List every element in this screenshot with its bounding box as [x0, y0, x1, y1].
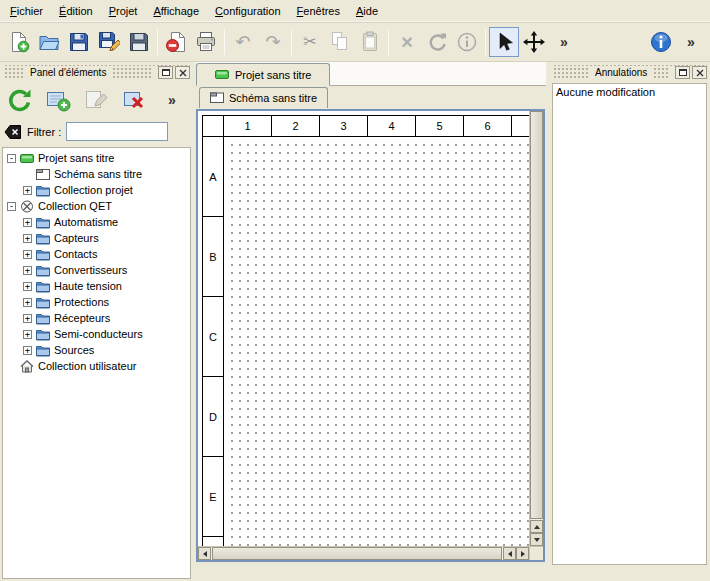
tree-item-sources[interactable]: + Sources — [3, 342, 190, 358]
scroll-down-button[interactable] — [530, 533, 543, 546]
selection-mode-button[interactable] — [489, 27, 519, 57]
copy-icon — [329, 31, 351, 53]
tab-projet-sans-titre[interactable]: Projet sans titre — [196, 63, 330, 86]
column-header: 5 — [416, 116, 464, 136]
info-button[interactable] — [452, 27, 482, 57]
schematic-canvas[interactable] — [225, 138, 529, 546]
clear-filter-button[interactable] — [4, 124, 22, 140]
scroll-up-button[interactable] — [530, 520, 543, 533]
close-file-icon — [165, 31, 187, 53]
collapse-expander-icon[interactable]: - — [7, 154, 16, 163]
tab-schema-sans-titre[interactable]: Schéma sans titre — [199, 87, 328, 108]
tree-item-label: Contacts — [54, 246, 97, 262]
about-button[interactable] — [646, 27, 676, 57]
tree-item-collection-utilisateur[interactable]: Collection utilisateur — [3, 358, 190, 374]
info-icon — [456, 31, 478, 53]
save-all-button[interactable] — [124, 27, 154, 57]
tree-item-contacts[interactable]: + Contacts — [3, 246, 190, 262]
dock-float-button[interactable] — [675, 66, 690, 79]
expand-expander-icon[interactable]: + — [23, 186, 32, 195]
new-document-button[interactable] — [4, 27, 34, 57]
menu-edition[interactable]: Édition — [51, 2, 101, 20]
open-button[interactable] — [34, 27, 64, 57]
move-mode-button[interactable] — [519, 27, 549, 57]
row-header: E — [203, 457, 223, 537]
reload-collections-button[interactable] — [4, 85, 36, 115]
paste-button[interactable] — [355, 27, 385, 57]
tree-item-convertisseurs[interactable]: + Convertisseurs — [3, 262, 190, 278]
close-file-button[interactable] — [161, 27, 191, 57]
new-element-button[interactable] — [42, 85, 74, 115]
scrollbar-corner — [530, 546, 543, 560]
expand-expander-icon[interactable]: + — [23, 314, 32, 323]
dock-float-button[interactable] — [158, 66, 173, 79]
menu-fenetres[interactable]: Fenêtres — [289, 2, 348, 20]
tree-item-recepteurs[interactable]: + Récepteurs — [3, 310, 190, 326]
delete-button[interactable]: × — [392, 27, 422, 57]
row-header: A — [203, 137, 223, 217]
tree-item-label: Récepteurs — [54, 310, 110, 326]
right-toolbar-overflow-button[interactable]: » — [676, 27, 706, 57]
tree-item-protections[interactable]: + Protections — [3, 294, 190, 310]
tree-item-collection-qet[interactable]: - Collection QET — [3, 198, 190, 214]
expand-expander-icon[interactable]: + — [23, 346, 32, 355]
scroll-right-button[interactable] — [516, 547, 529, 560]
collapse-expander-icon[interactable]: - — [7, 202, 16, 211]
vertical-scrollbar-thumb[interactable] — [530, 111, 543, 519]
menu-fichier[interactable]: Fichier — [2, 2, 51, 20]
rotate-button[interactable] — [422, 27, 452, 57]
cut-button[interactable]: ✂ — [295, 27, 325, 57]
vertical-scrollbar[interactable] — [529, 111, 543, 560]
expand-expander-icon[interactable]: + — [23, 234, 32, 243]
save-as-button[interactable] — [94, 27, 124, 57]
tree-item-schema-sans-titre[interactable]: Schéma sans titre — [3, 166, 190, 182]
expand-expander-icon[interactable]: + — [23, 218, 32, 227]
save-icon — [68, 31, 90, 53]
expand-expander-icon[interactable]: + — [23, 250, 32, 259]
panel-toolbar-overflow-button[interactable]: » — [156, 85, 188, 115]
save-as-icon — [98, 31, 120, 53]
expand-expander-icon[interactable]: + — [23, 266, 32, 275]
triangle-down-icon — [534, 538, 540, 542]
qelectrotech-window: Fichier Édition Projet Affichage Configu… — [0, 0, 710, 581]
folder-icon — [36, 248, 50, 261]
undo-dock-title-bar[interactable]: Annulations — [552, 65, 707, 80]
filter-input[interactable] — [66, 122, 168, 141]
expand-expander-icon[interactable]: + — [23, 298, 32, 307]
tree-item-semi-conducteurs[interactable]: + Semi-conducteurs — [3, 326, 190, 342]
undo-list-item[interactable]: Aucune modification — [556, 86, 703, 98]
menu-projet[interactable]: Projet — [101, 2, 146, 20]
edit-element-button[interactable] — [80, 85, 112, 115]
horizontal-scrollbar[interactable] — [198, 546, 529, 560]
expand-expander-icon[interactable]: + — [23, 282, 32, 291]
redo-icon: ↷ — [265, 33, 280, 51]
toolbar-overflow-button[interactable]: » — [549, 27, 579, 57]
menu-aide[interactable]: Aide — [348, 2, 386, 20]
tree-item-automatisme[interactable]: + Automatisme — [3, 214, 190, 230]
save-button[interactable] — [64, 27, 94, 57]
toolbar-separator — [157, 29, 158, 55]
menu-affichage[interactable]: Affichage — [145, 2, 207, 20]
expand-expander-icon[interactable]: + — [23, 330, 32, 339]
copy-button[interactable] — [325, 27, 355, 57]
triangle-right-icon — [521, 551, 525, 557]
tree-item-capteurs[interactable]: + Capteurs — [3, 230, 190, 246]
redo-button[interactable]: ↷ — [258, 27, 288, 57]
undo-button[interactable]: ↶ — [228, 27, 258, 57]
dock-close-button[interactable] — [175, 66, 190, 79]
dock-close-button[interactable] — [692, 66, 707, 79]
scroll-left-button[interactable] — [198, 547, 211, 560]
delete-element-button[interactable] — [118, 85, 150, 115]
tree-item-label: Haute tension — [54, 278, 122, 294]
undo-history-list[interactable]: Aucune modification — [552, 83, 707, 565]
elements-panel-title-bar[interactable]: Panel d'éléments — [3, 65, 190, 80]
print-button[interactable] — [191, 27, 221, 57]
menu-configuration[interactable]: Configuration — [207, 2, 288, 20]
schema-icon — [36, 168, 50, 181]
horizontal-scrollbar-thumb[interactable] — [212, 547, 502, 560]
scroll-left-button[interactable] — [503, 547, 516, 560]
tree-item-projet-sans-titre[interactable]: - Projet sans titre — [3, 150, 190, 166]
tree-item-haute-tension[interactable]: + Haute tension — [3, 278, 190, 294]
tree-item-collection-projet[interactable]: + Collection projet — [3, 182, 190, 198]
elements-panel-dock: Panel d'éléments » Filtrer : — [0, 62, 193, 581]
